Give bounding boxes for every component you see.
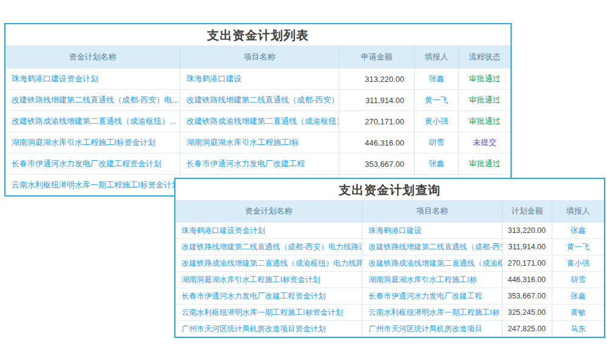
- column-header: 申请金额: [339, 46, 415, 68]
- project-name-link[interactable]: 改建铁路成渝线增建第二直通线（成渝枢: [362, 255, 503, 271]
- project-name-link[interactable]: 云南水利枢纽潜明水库一期工程施工I标: [362, 305, 503, 320]
- fund-plan-query-window: 支出资金计划查询 资金计划名称项目名称计划金额填报人 珠海鹤港口建设资金计划珠海…: [174, 178, 605, 338]
- table-row: 改建铁路成渝线增建第二直通线（成渝枢纽）电力线路迁改建铁路成渝线增建第二直通线（…: [175, 255, 604, 271]
- column-header: 填报人: [415, 46, 459, 68]
- table-row: 改建铁路成渝线增建第二直通线（成渝枢纽）...改建铁路成渝线增建第二直通线（成渝…: [5, 110, 510, 132]
- column-header: 流程状态: [459, 46, 510, 68]
- project-name-link[interactable]: 长春市伊通河水力发电厂改建工程: [180, 153, 339, 174]
- reporter-link[interactable]: 黄小强: [415, 111, 459, 132]
- reporter-link[interactable]: 张鑫: [552, 288, 604, 304]
- query-table-header: 资金计划名称项目名称计划金额填报人: [175, 200, 604, 222]
- column-header: 计划金额: [503, 200, 552, 222]
- plan-amount: 270,171.00: [503, 255, 552, 271]
- project-name-link[interactable]: 改建铁路成渝线增建第二直通线（成渝枢纽）...: [180, 111, 339, 132]
- table-row: 广州市天河区统计局机房改造项目资金计划广州市天河区统计局机房改造项目247,82…: [175, 320, 604, 337]
- project-name-link[interactable]: 珠海鹤港口建设: [362, 223, 503, 238]
- request-amount: 446,316.00: [339, 132, 415, 153]
- workflow-status: 审批通过: [459, 111, 510, 132]
- project-name-link[interactable]: 湖南洞庭湖水库引水工程施工I标: [180, 132, 339, 153]
- reporter-link[interactable]: 胡雪: [552, 272, 604, 288]
- plan-name-link[interactable]: 云南水利枢纽潜明水库一期工程施工I标资金计划: [175, 305, 362, 320]
- plan-amount: 446,316.00: [503, 272, 552, 288]
- reporter-link[interactable]: 张鑫: [552, 223, 604, 238]
- project-name-link[interactable]: 改建铁路线增建第二线直通线（成都-西安）电...: [180, 90, 339, 110]
- column-header: 填报人: [552, 200, 604, 222]
- plan-name-link[interactable]: 湖南洞庭湖水库引水工程施工I标资金计划: [5, 132, 180, 153]
- table-row: 珠海鹤港口建设资金计划珠海鹤港口建设313,220.00张鑫审批通过: [5, 68, 510, 89]
- reporter-link[interactable]: 黄一飞: [552, 239, 604, 255]
- column-header: 资金计划名称: [5, 46, 180, 68]
- query-window-title: 支出资金计划查询: [175, 179, 604, 200]
- plan-amount: 325,245.00: [503, 305, 552, 320]
- table-row: 湖南洞庭湖水库引水工程施工I标资金计划湖南洞庭湖水库引水工程施工I标446,31…: [175, 271, 604, 288]
- plan-name-link[interactable]: 改建铁路线增建第二线直通线（成都-西安）电...: [5, 90, 180, 110]
- workflow-status: 审批通过: [459, 153, 510, 174]
- project-name-link[interactable]: 改建铁路线增建第二线直通线（成都-西安: [362, 239, 503, 255]
- reporter-link[interactable]: 张鑫: [415, 69, 459, 89]
- project-name-link[interactable]: 湖南洞庭湖水库引水工程施工I标: [362, 272, 503, 288]
- request-amount: 353,667.00: [339, 153, 415, 174]
- plan-amount: 247,825.00: [503, 321, 552, 337]
- project-name-link[interactable]: 长春市伊通河水力发电厂改建工程: [362, 288, 503, 304]
- plan-name-link[interactable]: 湖南洞庭湖水库引水工程施工I标资金计划: [175, 272, 362, 288]
- table-row: 湖南洞庭湖水库引水工程施工I标资金计划湖南洞庭湖水库引水工程施工I标446,31…: [5, 132, 510, 153]
- reporter-link[interactable]: 胡雪: [415, 132, 459, 153]
- plan-name-link[interactable]: 改建铁路成渝线增建第二直通线（成渝枢纽）...: [5, 111, 180, 132]
- project-name-link[interactable]: 广州市天河区统计局机房改造项目: [362, 321, 503, 337]
- query-table-body: 珠海鹤港口建设资金计划珠海鹤港口建设313,220.00张鑫改建铁路线增建第二线…: [175, 222, 604, 337]
- list-table-header: 资金计划名称项目名称申请金额填报人流程状态: [5, 46, 510, 68]
- plan-name-link[interactable]: 长春市伊通河水力发电厂改建工程资金计划: [175, 288, 362, 304]
- table-row: 改建铁路线增建第二线直通线（成都-西安）电...改建铁路线增建第二线直通线（成都…: [5, 89, 510, 110]
- list-window-title: 支出资金计划列表: [5, 24, 510, 46]
- workflow-status: 审批通过: [459, 69, 510, 89]
- column-header: 资金计划名称: [175, 200, 362, 222]
- reporter-link[interactable]: 马东: [552, 321, 604, 337]
- table-row: 长春市伊通河水力发电厂改建工程资金计划长春市伊通河水力发电厂改建工程353,66…: [175, 288, 604, 304]
- column-header: 项目名称: [180, 46, 339, 68]
- plan-name-link[interactable]: 云南水利枢纽潜明水库一期工程施工I标资金计划: [5, 175, 180, 195]
- table-row: 云南水利枢纽潜明水库一期工程施工I标资金计划云南水利枢纽潜明水库一期工程施工I标…: [175, 304, 604, 320]
- fund-plan-list-window: 支出资金计划列表 资金计划名称项目名称申请金额填报人流程状态 珠海鹤港口建设资金…: [4, 23, 512, 197]
- table-row: 珠海鹤港口建设资金计划珠海鹤港口建设313,220.00张鑫: [175, 222, 604, 238]
- column-header: 项目名称: [362, 200, 503, 222]
- request-amount: 270,171.00: [339, 111, 415, 132]
- request-amount: 311,914.00: [339, 90, 415, 110]
- plan-amount: 353,667.00: [503, 288, 552, 304]
- workflow-status: 审批通过: [459, 90, 510, 110]
- table-row: 改建铁路线增建第二线直通线（成都-西安）电力线路迁改建铁路线增建第二线直通线（成…: [175, 238, 604, 255]
- project-name-link[interactable]: 珠海鹤港口建设: [180, 69, 339, 89]
- plan-name-link[interactable]: 改建铁路线增建第二线直通线（成都-西安）电力线路迁: [175, 239, 362, 255]
- plan-amount: 313,220.00: [503, 223, 552, 238]
- plan-name-link[interactable]: 广州市天河区统计局机房改造项目资金计划: [175, 321, 362, 337]
- table-row: 长春市伊通河水力发电厂改建工程资金计划长春市伊通河水力发电厂改建工程353,66…: [5, 153, 510, 174]
- plan-name-link[interactable]: 珠海鹤港口建设资金计划: [5, 69, 180, 89]
- plan-amount: 311,914.00: [503, 239, 552, 255]
- request-amount: 313,220.00: [339, 69, 415, 89]
- reporter-link[interactable]: 黄小强: [552, 255, 604, 271]
- reporter-link[interactable]: 黄一飞: [415, 90, 459, 110]
- list-table-body: 珠海鹤港口建设资金计划珠海鹤港口建设313,220.00张鑫审批通过改建铁路线增…: [5, 68, 510, 195]
- plan-name-link[interactable]: 珠海鹤港口建设资金计划: [175, 223, 362, 238]
- workflow-status: 未提交: [459, 132, 510, 153]
- plan-name-link[interactable]: 改建铁路成渝线增建第二直通线（成渝枢纽）电力线路迁: [175, 255, 362, 271]
- plan-name-link[interactable]: 长春市伊通河水力发电厂改建工程资金计划: [5, 153, 180, 174]
- reporter-link[interactable]: 张鑫: [415, 153, 459, 174]
- reporter-link[interactable]: 黄敏: [552, 305, 604, 320]
